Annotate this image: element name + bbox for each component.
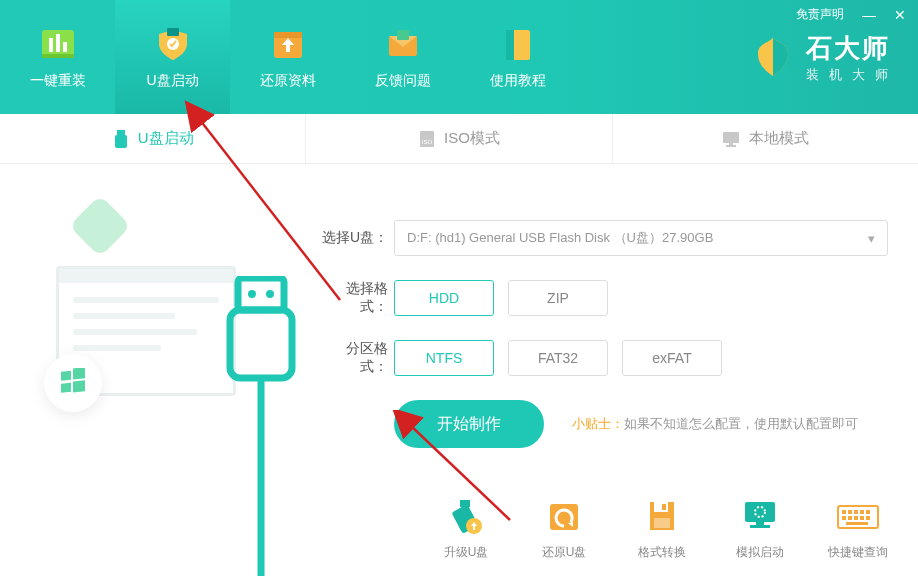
format-option-hdd[interactable]: HDD xyxy=(394,280,494,316)
monitor-icon xyxy=(721,130,741,148)
close-button[interactable]: ✕ xyxy=(894,8,906,22)
minimize-button[interactable]: — xyxy=(862,8,876,22)
row-partition-format: 分区格式： NTFS FAT32 exFAT xyxy=(320,340,888,376)
upload-box-icon xyxy=(268,24,308,64)
partition-option-fat32[interactable]: FAT32 xyxy=(508,340,608,376)
tool-hotkey-lookup[interactable]: 快捷键查询 xyxy=(822,496,894,561)
svg-rect-5 xyxy=(167,28,179,36)
bottom-toolbar: 升级U盘 还原U盘 格式转换 模拟启动 快捷键查询 xyxy=(430,496,894,561)
mode-tabs: U盘启动 ISO ISO模式 本地模式 xyxy=(0,114,918,164)
restore-icon xyxy=(541,496,587,536)
start-build-button[interactable]: 开始制作 xyxy=(394,400,544,448)
chevron-down-icon: ▾ xyxy=(868,231,875,246)
tip-label: 小贴士： xyxy=(572,416,624,431)
svg-rect-21 xyxy=(73,368,85,379)
floppy-icon xyxy=(639,496,685,536)
svg-rect-45 xyxy=(866,510,870,514)
nav-label: 一键重装 xyxy=(30,72,86,90)
disk-select-value: D:F: (hd1) General USB Flash Disk （U盘）27… xyxy=(407,229,713,247)
brand-subtitle: 装机大师 xyxy=(806,66,898,84)
svg-rect-12 xyxy=(506,30,514,60)
svg-rect-18 xyxy=(729,143,733,145)
disk-label: 选择U盘： xyxy=(320,229,394,247)
tool-label: 模拟启动 xyxy=(736,544,784,561)
svg-rect-42 xyxy=(848,510,852,514)
svg-rect-23 xyxy=(73,380,85,392)
svg-rect-24 xyxy=(238,278,284,310)
usb-upgrade-icon xyxy=(443,496,489,536)
svg-rect-38 xyxy=(756,522,764,525)
tool-simulate-boot[interactable]: 模拟启动 xyxy=(724,496,796,561)
svg-rect-50 xyxy=(866,516,870,520)
svg-rect-17 xyxy=(723,132,739,143)
tool-label: 格式转换 xyxy=(638,544,686,561)
main-nav: 一键重装 U盘启动 还原资料 反馈问题 使用教程 xyxy=(0,0,575,114)
svg-rect-43 xyxy=(854,510,858,514)
tab-label: U盘启动 xyxy=(138,129,194,148)
usb-shield-icon xyxy=(153,24,193,64)
svg-rect-14 xyxy=(115,135,127,148)
nav-label: 反馈问题 xyxy=(375,72,431,90)
svg-rect-44 xyxy=(860,510,864,514)
svg-rect-47 xyxy=(848,516,852,520)
windows-icon xyxy=(44,354,102,412)
svg-rect-46 xyxy=(842,516,846,520)
tab-label: ISO模式 xyxy=(444,129,500,148)
tip-text: 小贴士：如果不知道怎么配置，使用默认配置即可 xyxy=(572,415,858,433)
nav-label: 还原资料 xyxy=(260,72,316,90)
svg-rect-51 xyxy=(846,522,868,525)
bar-chart-icon xyxy=(38,24,78,64)
tool-format-convert[interactable]: 格式转换 xyxy=(626,496,698,561)
illustration xyxy=(0,164,300,579)
svg-rect-49 xyxy=(860,516,864,520)
disk-select[interactable]: D:F: (hd1) General USB Flash Disk （U盘）27… xyxy=(394,220,888,256)
tip-body: 如果不知道怎么配置，使用默认配置即可 xyxy=(624,416,858,431)
row-select-format: 选择格式： HDD ZIP xyxy=(320,280,888,316)
svg-rect-3 xyxy=(63,42,67,52)
svg-rect-31 xyxy=(550,504,578,530)
tool-restore-usb[interactable]: 还原U盘 xyxy=(528,496,600,561)
action-row: 开始制作 小贴士：如果不知道怎么配置，使用默认配置即可 xyxy=(320,400,888,448)
disclaimer-link[interactable]: 免责声明 xyxy=(796,6,844,23)
partition-option-ntfs[interactable]: NTFS xyxy=(394,340,494,376)
format-option-zip[interactable]: ZIP xyxy=(508,280,608,316)
svg-rect-34 xyxy=(662,504,666,510)
nav-usb-boot[interactable]: U盘启动 xyxy=(115,0,230,114)
nav-restore[interactable]: 还原资料 xyxy=(230,0,345,114)
brand-logo-icon xyxy=(750,34,796,80)
tool-label: 快捷键查询 xyxy=(828,544,888,561)
tab-usb-boot[interactable]: U盘启动 xyxy=(0,114,306,163)
svg-rect-22 xyxy=(61,383,71,393)
row-select-disk: 选择U盘： D:F: (hd1) General USB Flash Disk … xyxy=(320,220,888,256)
svg-rect-1 xyxy=(49,38,53,52)
monitor-boot-icon xyxy=(737,496,783,536)
partition-option-exfat[interactable]: exFAT xyxy=(622,340,722,376)
partition-label: 分区格式： xyxy=(320,340,394,376)
iso-file-icon: ISO xyxy=(418,129,436,149)
window-titlebar: 免责声明 — ✕ xyxy=(796,6,906,23)
svg-rect-36 xyxy=(745,502,775,522)
usb-cable-icon xyxy=(190,276,310,579)
format-label: 选择格式： xyxy=(320,280,394,316)
tool-upgrade-usb[interactable]: 升级U盘 xyxy=(430,496,502,561)
svg-rect-35 xyxy=(654,518,670,528)
tab-local[interactable]: 本地模式 xyxy=(613,114,918,163)
svg-rect-48 xyxy=(854,516,858,520)
nav-feedback[interactable]: 反馈问题 xyxy=(345,0,460,114)
svg-rect-8 xyxy=(274,32,302,38)
book-icon xyxy=(498,24,538,64)
app-header: 一键重装 U盘启动 还原资料 反馈问题 使用教程 xyxy=(0,0,918,114)
tool-label: 升级U盘 xyxy=(444,544,489,561)
nav-label: 使用教程 xyxy=(490,72,546,90)
svg-point-25 xyxy=(248,290,256,298)
svg-rect-27 xyxy=(230,310,292,378)
nav-reinstall[interactable]: 一键重装 xyxy=(0,0,115,114)
svg-rect-2 xyxy=(56,34,60,52)
svg-rect-41 xyxy=(842,510,846,514)
nav-label: U盘启动 xyxy=(146,72,198,90)
keyboard-icon xyxy=(835,496,881,536)
tab-iso[interactable]: ISO ISO模式 xyxy=(306,114,612,163)
nav-tutorial[interactable]: 使用教程 xyxy=(460,0,575,114)
tool-label: 还原U盘 xyxy=(542,544,587,561)
svg-point-26 xyxy=(266,290,274,298)
